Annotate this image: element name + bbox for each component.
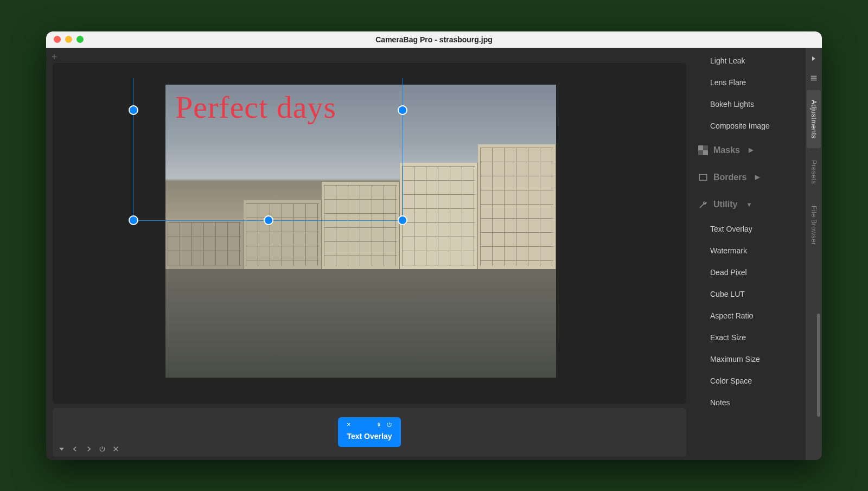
side-item-exact-size[interactable]: Exact Size bbox=[691, 327, 806, 348]
svg-rect-2 bbox=[703, 150, 708, 155]
tile-pin-icon[interactable] bbox=[376, 422, 382, 429]
side-item-bokeh-lights[interactable]: Bokeh Lights bbox=[691, 93, 806, 115]
section-masks[interactable]: Masks ▶ bbox=[691, 137, 806, 164]
new-tab-button[interactable]: + bbox=[52, 52, 58, 62]
side-item-light-leak[interactable]: Light Leak bbox=[691, 50, 806, 72]
tab-adjustments[interactable]: Adjustments bbox=[807, 90, 821, 149]
app-window: CameraBag Pro - strasbourg.jpg + Perfect… bbox=[46, 31, 822, 460]
tray-controls bbox=[58, 445, 119, 452]
section-borders[interactable]: Borders ▶ bbox=[691, 164, 806, 191]
photo-preview: Perfect days bbox=[165, 85, 556, 378]
tray-collapse-icon[interactable] bbox=[58, 445, 65, 452]
section-label: Borders bbox=[713, 173, 746, 182]
expand-icon[interactable] bbox=[810, 51, 817, 68]
main-column: + Perfect days bbox=[46, 48, 691, 460]
filter-tray: × Text Overlay bbox=[53, 408, 686, 457]
side-item-dead-pixel[interactable]: Dead Pixel bbox=[691, 262, 806, 283]
traffic-lights bbox=[54, 36, 84, 43]
close-window-button[interactable] bbox=[54, 36, 61, 43]
menu-icon[interactable] bbox=[809, 70, 818, 88]
canvas[interactable]: Perfect days bbox=[53, 63, 686, 404]
side-item-text-overlay[interactable]: Text Overlay bbox=[691, 218, 806, 240]
right-tabstrip: Adjustments Presets File Browser bbox=[806, 48, 822, 460]
side-item-aspect-ratio[interactable]: Aspect Ratio bbox=[691, 305, 806, 327]
handle-bottom-left[interactable] bbox=[129, 215, 138, 225]
chevron-down-icon: ▼ bbox=[746, 201, 752, 208]
side-item-maximum-size[interactable]: Maximum Size bbox=[691, 348, 806, 370]
photo-river bbox=[165, 269, 556, 378]
section-label: Masks bbox=[713, 145, 740, 155]
text-overlay-content[interactable]: Perfect days bbox=[175, 89, 336, 125]
side-item-notes[interactable]: Notes bbox=[691, 392, 806, 413]
tile-label: Text Overlay bbox=[347, 432, 392, 441]
side-item-lens-flare[interactable]: Lens Flare bbox=[691, 72, 806, 93]
titlebar: CameraBag Pro - strasbourg.jpg bbox=[46, 31, 822, 48]
side-item-cube-lut[interactable]: Cube LUT bbox=[691, 283, 806, 305]
tab-presets[interactable]: Presets bbox=[810, 150, 818, 194]
section-utility[interactable]: Utility ▼ bbox=[691, 191, 806, 218]
handle-right-mid[interactable] bbox=[398, 105, 407, 115]
handle-bottom-mid[interactable] bbox=[264, 215, 273, 225]
svg-rect-1 bbox=[698, 145, 703, 150]
svg-rect-3 bbox=[699, 174, 707, 180]
scrollbar-thumb[interactable] bbox=[817, 314, 820, 417]
tray-next-icon[interactable] bbox=[85, 445, 92, 452]
side-item-color-space[interactable]: Color Space bbox=[691, 370, 806, 392]
side-item-composite-image[interactable]: Composite Image bbox=[691, 115, 806, 137]
tile-close-icon[interactable]: × bbox=[347, 422, 350, 429]
tab-file-browser[interactable]: File Browser bbox=[810, 196, 818, 255]
section-label: Utility bbox=[713, 200, 737, 209]
fullscreen-window-button[interactable] bbox=[76, 36, 84, 43]
app-body: + Perfect days bbox=[46, 48, 822, 460]
minimize-window-button[interactable] bbox=[65, 36, 72, 43]
tray-power-icon[interactable] bbox=[99, 445, 106, 452]
handle-bottom-right[interactable] bbox=[398, 215, 407, 225]
chevron-right-icon: ▶ bbox=[749, 146, 753, 154]
tile-power-icon[interactable] bbox=[386, 422, 392, 429]
filter-tile-text-overlay[interactable]: × Text Overlay bbox=[338, 417, 400, 447]
side-item-watermark[interactable]: Watermark bbox=[691, 240, 806, 262]
wrench-icon bbox=[698, 200, 708, 209]
checker-icon bbox=[698, 145, 708, 155]
tray-prev-icon[interactable] bbox=[72, 445, 79, 452]
photo-buildings bbox=[165, 144, 556, 269]
rectangle-icon bbox=[698, 173, 708, 182]
handle-left-mid[interactable] bbox=[129, 105, 138, 115]
chevron-right-icon: ▶ bbox=[755, 174, 760, 181]
window-title: CameraBag Pro - strasbourg.jpg bbox=[46, 35, 822, 44]
desktop: CameraBag Pro - strasbourg.jpg + Perfect… bbox=[0, 0, 868, 491]
tray-close-icon[interactable] bbox=[112, 445, 119, 452]
adjustments-panel: Light Leak Lens Flare Bokeh Lights Compo… bbox=[691, 48, 806, 460]
